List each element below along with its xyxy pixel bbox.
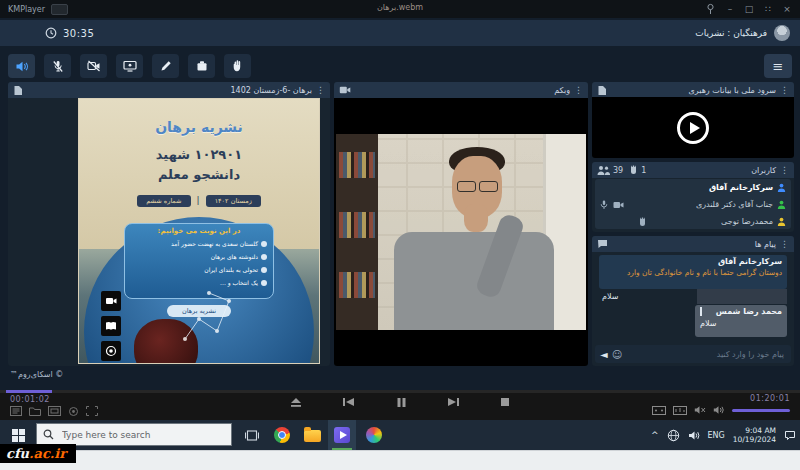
anthem-video <box>592 97 794 158</box>
anthem-panel-title: سرود ملی با بیانات رهبری <box>689 86 776 95</box>
send-icon[interactable]: ◄ <box>600 349 608 360</box>
show-hidden-icons[interactable]: ^ <box>651 430 659 440</box>
chrome-icon[interactable] <box>268 420 296 450</box>
poster-item: گلستان سعدی به نهضت حضور آمد <box>171 240 258 247</box>
poster-heading-1: ۱۰۲۹۰۱ شهید <box>79 147 319 162</box>
preferences-icon[interactable] <box>68 406 79 417</box>
raised-hand-count: 1 <box>641 166 646 175</box>
kmplayer-control-bar: 00:01:02 01:20:01 <box>0 390 800 420</box>
cam-on-icon <box>613 201 624 209</box>
poster-item: دلنوشته های برهان <box>211 253 258 260</box>
webcam-muted-button[interactable] <box>80 54 107 78</box>
panel-menu-icon[interactable]: ⋮ <box>574 85 583 95</box>
pause-button[interactable] <box>396 397 407 408</box>
share-file-button[interactable] <box>188 54 215 78</box>
person-icon <box>777 217 786 226</box>
emoji-icon[interactable]: ☺ <box>612 349 622 360</box>
poster-season-badge: زمستان ۱۴۰۲ <box>206 195 261 207</box>
microphone-muted-button[interactable] <box>44 54 71 78</box>
message-overlay-artifact <box>697 289 787 304</box>
clock-icon <box>45 27 57 39</box>
message-text: دوستان گرامی حتما با نام و نام خانوادگی … <box>604 268 782 277</box>
maximize-button[interactable]: □ <box>744 0 754 18</box>
play-button[interactable] <box>677 112 709 144</box>
search-input[interactable] <box>60 429 214 441</box>
app-name: KMPlayer <box>0 5 45 14</box>
audio-channel-icon[interactable] <box>652 406 666 415</box>
anthem-video-panel: سرود ملی با بیانات رهبری ⋮ <box>592 82 794 158</box>
stop-button[interactable] <box>500 397 510 408</box>
eject-button[interactable] <box>290 397 302 408</box>
users-panel-title: کاربران <box>751 166 776 175</box>
draw-pen-button[interactable] <box>152 54 179 78</box>
next-button[interactable] <box>447 397 460 408</box>
messages-panel-title: پیام ها <box>755 240 776 249</box>
poster-logo-camera-icon <box>101 291 121 311</box>
chat-input[interactable] <box>622 349 786 360</box>
meeting-header: 30:35 فرهنگیان : نشریات <box>0 20 800 46</box>
book-row <box>339 272 375 298</box>
poster-logo-emblem-icon <box>101 341 121 361</box>
desktop-strip <box>0 450 800 470</box>
user-name: سرکارخانم آفاق <box>709 183 773 192</box>
network-icon[interactable] <box>667 429 680 442</box>
file-icon <box>13 85 23 96</box>
previous-button[interactable] <box>342 397 355 408</box>
mute-icon[interactable] <box>694 405 706 415</box>
avatar[interactable] <box>774 25 790 41</box>
message-sender: محمد رضا شمس <box>700 307 782 316</box>
volume-slider[interactable] <box>732 409 790 412</box>
volume-icon[interactable] <box>713 405 725 415</box>
open-file-icon[interactable] <box>29 406 41 417</box>
media-app-icon[interactable] <box>360 420 388 450</box>
minimize-button[interactable]: – <box>725 0 735 18</box>
control-box-button[interactable]: ∷ <box>763 0 773 18</box>
speaker-hand <box>464 204 488 232</box>
panel-menu-icon[interactable]: ⋮ <box>780 85 789 95</box>
action-center-icon[interactable] <box>784 430 796 441</box>
always-on-top-icon[interactable] <box>706 0 716 18</box>
capture-icon[interactable] <box>86 406 98 417</box>
seek-bar[interactable] <box>0 390 800 393</box>
user-row[interactable]: محمدرضا توجی <box>595 213 791 230</box>
playlist-icon[interactable] <box>10 406 22 417</box>
poster-item: تحولی به بلندای ایران <box>204 266 258 273</box>
raise-hand-button[interactable] <box>224 54 251 78</box>
user-row[interactable]: سرکارخانم آفاق <box>595 179 791 196</box>
kmplayer-titlebar: KMPlayer برهان.webm – □ ∷ × <box>0 0 800 18</box>
file-explorer-icon[interactable] <box>298 420 326 450</box>
menu-button[interactable]: ≡ <box>764 54 792 78</box>
taskbar-search[interactable] <box>36 423 232 446</box>
screen-share-button[interactable] <box>116 54 143 78</box>
language-indicator[interactable]: ENG <box>708 431 725 440</box>
person-icon <box>777 200 786 209</box>
equalizer-icon[interactable] <box>673 406 687 415</box>
close-button[interactable]: × <box>782 0 792 18</box>
user-row[interactable]: جناب آقای دکتر قلندری <box>595 196 791 213</box>
bullet-icon <box>261 267 267 273</box>
message-text: سلام <box>602 292 618 301</box>
panel-menu-icon[interactable]: ⋮ <box>780 165 789 175</box>
magazine-poster: نشریه برهان ۱۰۲۹۰۱ شهید دانشجو معلم زمست… <box>78 98 320 364</box>
task-view-button[interactable] <box>238 420 266 450</box>
panel-menu-icon[interactable]: ⋮ <box>780 239 789 249</box>
watermark-domain: .ac.ir <box>29 446 66 461</box>
screen-ratio-icon[interactable] <box>48 406 61 417</box>
speaker-button[interactable] <box>8 54 35 78</box>
message-item: سرکارخانم آفاق دوستان گرامی حتما با نام … <box>599 255 787 289</box>
system-tray: ^ ENG 9:04 AM 10/19/2024 <box>651 420 796 450</box>
presentation-panel: برهان -6-زمستان 1402 ⋮ نشریه برهان ۱۰۲۹۰… <box>8 82 330 366</box>
search-icon <box>43 429 54 440</box>
window-file-title: برهان.webm <box>300 3 500 12</box>
session-timer: 30:35 <box>63 28 94 39</box>
tray-date: 10/19/2024 <box>733 435 776 444</box>
panel-menu-icon[interactable]: ⋮ <box>316 85 325 95</box>
taskbar-clock[interactable]: 9:04 AM 10/19/2024 <box>733 426 776 444</box>
meeting-toolbar <box>8 54 251 78</box>
kmplayer-taskbar-icon[interactable] <box>328 420 356 450</box>
hand-raised-icon <box>638 217 647 227</box>
speaker-torso <box>394 232 554 330</box>
sound-icon[interactable] <box>688 430 700 441</box>
people-icon <box>597 165 610 175</box>
messages-panel: پیام ها ⋮ سرکارخانم آفاق دوستان گرامی حت… <box>592 236 794 366</box>
